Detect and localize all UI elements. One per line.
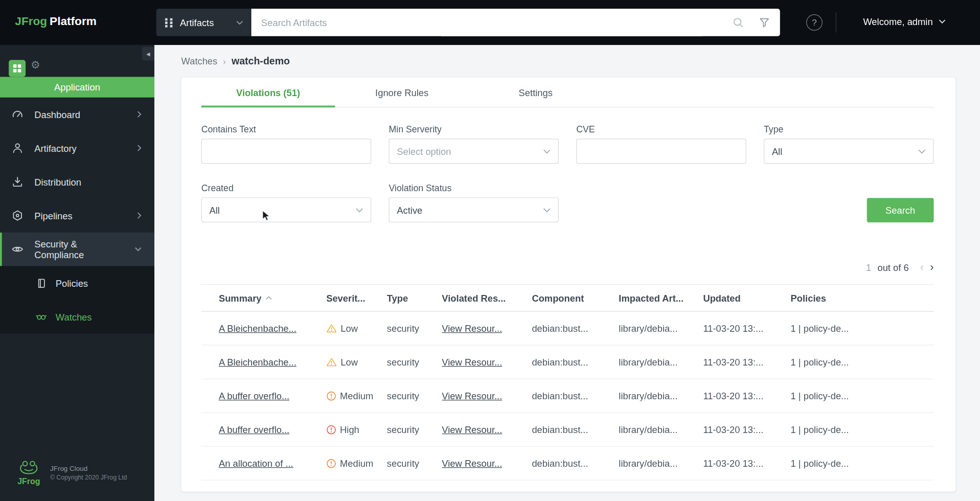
- column-summary[interactable]: Summary: [201, 292, 327, 303]
- impacted-artifact-cell: library/debia...: [619, 357, 703, 368]
- component-cell: debian:bust...: [532, 357, 619, 368]
- gear-icon[interactable]: ⚙: [31, 60, 40, 71]
- component-cell: debian:bust...: [532, 323, 619, 334]
- pagination-next-button[interactable]: ›: [930, 261, 933, 275]
- watches-goggles-icon: [35, 310, 47, 323]
- component-cell: debian:bust...: [532, 458, 619, 469]
- help-glyph: ?: [812, 17, 817, 28]
- help-button[interactable]: ?: [806, 14, 823, 31]
- severity-high-icon: [326, 424, 336, 435]
- sidebar-item-artifactory[interactable]: Artifactory: [0, 131, 154, 165]
- view-resource-link[interactable]: View Resour...: [442, 357, 502, 368]
- violation-summary-link[interactable]: A Bleichenbache...: [219, 357, 297, 368]
- column-label: Summary: [219, 292, 262, 303]
- impacted-artifact-cell: library/debia...: [619, 458, 703, 469]
- pagination-total: out of 6: [877, 262, 908, 273]
- table-row[interactable]: A Bleichenbache... Low security View Res…: [201, 312, 934, 346]
- violation-status-select[interactable]: Active: [389, 197, 559, 222]
- tab-settings[interactable]: Settings: [469, 78, 603, 108]
- min-severity-select[interactable]: Select option: [389, 139, 559, 164]
- app-switcher-button[interactable]: [9, 60, 26, 77]
- type-select[interactable]: All: [764, 139, 934, 164]
- severity-text: Medium: [340, 458, 373, 469]
- column-violated-resource[interactable]: Violated Res...: [442, 292, 532, 303]
- table-row[interactable]: A Bleichenbache... Low security View Res…: [201, 346, 934, 379]
- artifactory-icon: [11, 142, 24, 154]
- sidebar-item-distribution[interactable]: Distribution: [0, 165, 154, 199]
- sidebar-collapse-button[interactable]: ◀: [142, 47, 154, 61]
- dashboard-icon: [11, 108, 24, 120]
- policies-cell: 1 | policy-de...: [791, 458, 934, 469]
- tab-violations[interactable]: Violations (51): [201, 78, 335, 108]
- table-row[interactable]: A buffer overflo... Medium security View…: [201, 379, 934, 413]
- violation-status-value: Active: [397, 204, 422, 215]
- impacted-artifact-cell: library/debia...: [619, 391, 703, 401]
- search-input[interactable]: [251, 9, 780, 36]
- type-value: All: [772, 146, 782, 156]
- violation-summary-link[interactable]: A Bleichenbache...: [219, 323, 297, 334]
- cve-input[interactable]: [576, 139, 746, 164]
- view-resource-link[interactable]: View Resour...: [442, 424, 502, 435]
- contains-text-input[interactable]: [201, 139, 372, 164]
- chevron-down-icon: [918, 149, 926, 153]
- breadcrumb-watches-link[interactable]: Watches: [181, 56, 218, 66]
- filter-contains-text: Contains Text: [201, 124, 372, 164]
- violation-type: security: [387, 357, 442, 368]
- search-icon[interactable]: [733, 17, 744, 28]
- violation-summary-link[interactable]: An allocation of ...: [219, 458, 293, 469]
- eye-icon: [11, 243, 24, 255]
- sidebar-subitem-watches[interactable]: Watches: [0, 300, 154, 334]
- sidebar: ◀ ⚙ Application Dashboard: [0, 45, 154, 501]
- view-resource-link[interactable]: View Resour...: [442, 458, 502, 469]
- pagination: 1 out of 6 ‹ ›: [201, 261, 934, 275]
- user-menu-label: Welcome, admin: [863, 16, 932, 27]
- updated-cell: 11-03-20 13:...: [703, 424, 790, 435]
- collapse-left-icon: ◀: [146, 51, 150, 57]
- column-severity[interactable]: Severit...: [326, 292, 387, 303]
- tab-bar: Violations (51) Ignore Rules Settings: [201, 78, 934, 108]
- apps-grid-icon: [13, 64, 21, 73]
- updated-cell: 11-03-20 13:...: [703, 391, 790, 401]
- sidebar-subitem-policies[interactable]: Policies: [0, 266, 154, 300]
- view-resource-link[interactable]: View Resour...: [442, 323, 502, 334]
- column-component[interactable]: Component: [532, 292, 619, 303]
- policies-cell: 1 | policy-de...: [791, 391, 934, 401]
- tab-ignore-rules[interactable]: Ignore Rules: [335, 78, 469, 108]
- sidebar-subitem-label: Watches: [56, 311, 92, 322]
- context-label: Artifacts: [180, 17, 214, 28]
- violation-type: security: [387, 391, 442, 401]
- table-row[interactable]: A buffer overflo... High security View R…: [201, 413, 934, 447]
- jfrog-platform-logo: JFrogPlatform: [15, 14, 96, 28]
- filter-icon[interactable]: [759, 17, 769, 28]
- table-row[interactable]: An allocation of ... Medium security Vie…: [201, 447, 934, 481]
- cve-label: CVE: [576, 124, 746, 134]
- policies-cell: 1 | policy-de...: [791, 357, 934, 368]
- view-resource-link[interactable]: View Resour...: [442, 391, 502, 401]
- pagination-prev-button[interactable]: ‹: [920, 261, 924, 275]
- severity-text: High: [340, 424, 359, 435]
- column-updated[interactable]: Updated: [703, 292, 790, 303]
- violations-table: Summary Severit... Type Violated Res... …: [201, 284, 934, 481]
- chevron-down-icon: [134, 247, 142, 252]
- topbar-divider: [836, 12, 836, 32]
- sidebar-item-security-compliance[interactable]: Security & Compliance: [0, 233, 154, 266]
- created-select[interactable]: All: [201, 197, 372, 222]
- severity-low-icon: [326, 357, 337, 367]
- created-value: All: [210, 204, 220, 215]
- violation-summary-link[interactable]: A buffer overflo...: [219, 424, 289, 435]
- violation-summary-link[interactable]: A buffer overflo...: [219, 391, 289, 401]
- jfrog-brand-text: JFrog: [17, 476, 40, 486]
- sidebar-item-pipelines[interactable]: Pipelines: [0, 199, 154, 233]
- chevron-down-icon: [236, 20, 243, 25]
- column-policies[interactable]: Policies: [791, 292, 934, 303]
- artifacts-context-button[interactable]: Artifacts: [156, 9, 251, 36]
- column-impacted-artifact[interactable]: Impacted Art...: [619, 292, 703, 303]
- violation-type: security: [387, 424, 442, 435]
- filter-cve: CVE: [576, 124, 746, 164]
- column-type[interactable]: Type: [387, 292, 442, 303]
- breadcrumb-current-page: watch-demo: [232, 56, 290, 67]
- user-menu[interactable]: Welcome, admin: [863, 16, 946, 27]
- created-label: Created: [201, 183, 372, 193]
- sidebar-item-dashboard[interactable]: Dashboard: [0, 98, 154, 131]
- search-button[interactable]: Search: [867, 198, 934, 222]
